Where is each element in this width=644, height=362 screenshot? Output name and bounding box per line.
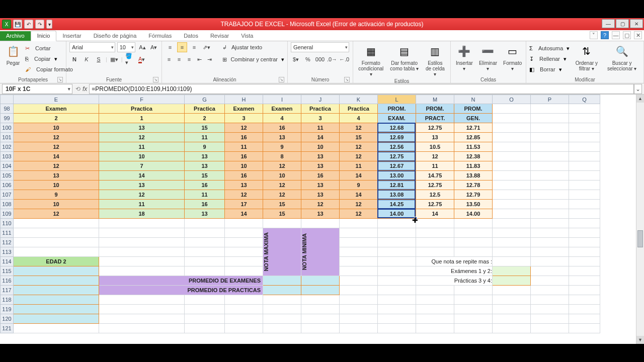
- cell[interactable]: [569, 266, 600, 276]
- data-cell[interactable]: 11: [99, 200, 185, 209]
- data-cell[interactable]: [493, 142, 531, 152]
- align-middle-button[interactable]: ≡: [177, 42, 187, 52]
- data-cell[interactable]: 13.88: [454, 171, 493, 180]
- data-cell[interactable]: 12: [263, 180, 301, 190]
- col-header-J[interactable]: J: [301, 95, 340, 104]
- header-cell[interactable]: 2: [185, 114, 225, 123]
- cell[interactable]: [416, 238, 454, 247]
- row-header-115[interactable]: 115: [1, 266, 14, 276]
- data-cell[interactable]: 12: [340, 200, 378, 209]
- cell[interactable]: [531, 257, 569, 266]
- data-cell[interactable]: 12: [99, 190, 185, 200]
- increase-indent-button[interactable]: ⇥: [205, 54, 213, 64]
- cell[interactable]: [531, 238, 569, 247]
- cell[interactable]: EDAD 2: [14, 257, 99, 266]
- header-cell[interactable]: PRACT.: [416, 114, 454, 123]
- row-header-121[interactable]: 121: [1, 324, 14, 333]
- cell-styles-button[interactable]: ▥Estilos de celda ▾: [423, 42, 447, 78]
- align-center-button[interactable]: ≡: [175, 54, 183, 64]
- data-cell[interactable]: 12.69: [378, 133, 416, 142]
- tab-datos[interactable]: Datos: [178, 31, 204, 41]
- cell[interactable]: [416, 286, 454, 295]
- cell[interactable]: [14, 219, 99, 228]
- cell[interactable]: [263, 295, 301, 305]
- cell[interactable]: [531, 266, 569, 276]
- cell[interactable]: [340, 257, 378, 266]
- doc-min-icon[interactable]: —: [612, 31, 620, 39]
- cell[interactable]: [225, 257, 263, 266]
- cell[interactable]: [569, 247, 600, 257]
- data-cell[interactable]: 12.71: [454, 123, 493, 133]
- delete-cells-button[interactable]: ➖Eliminar▾: [477, 42, 499, 72]
- data-cell[interactable]: 12: [14, 209, 99, 219]
- cell[interactable]: [263, 305, 301, 314]
- row-header-116[interactable]: 116: [1, 276, 14, 286]
- row-header-106[interactable]: 106: [1, 180, 14, 190]
- cell[interactable]: [225, 238, 263, 247]
- header-cell[interactable]: 4: [263, 114, 301, 123]
- fx-icon[interactable]: fx: [83, 85, 87, 93]
- col-header-P[interactable]: P: [531, 95, 569, 104]
- data-cell[interactable]: 12.79: [454, 190, 493, 200]
- data-cell[interactable]: [569, 209, 600, 219]
- formula-input[interactable]: [89, 84, 634, 94]
- tab-formulas[interactable]: Fórmulas: [142, 31, 178, 41]
- cell[interactable]: Que nota se repite mas :: [416, 257, 493, 266]
- data-cell[interactable]: [569, 190, 600, 200]
- header-cell[interactable]: Practica: [340, 104, 378, 114]
- cell[interactable]: [493, 228, 531, 238]
- data-cell[interactable]: 16: [185, 180, 225, 190]
- cell[interactable]: [454, 228, 493, 238]
- col-header-G[interactable]: G: [185, 95, 225, 104]
- cell[interactable]: [378, 305, 416, 314]
- merge-center-button[interactable]: Combinar y centrar: [230, 56, 278, 62]
- data-cell[interactable]: 15: [263, 200, 301, 209]
- cell[interactable]: [301, 286, 340, 295]
- data-cell[interactable]: [493, 161, 531, 171]
- cell[interactable]: [454, 247, 493, 257]
- header-cell[interactable]: PROM.: [378, 104, 416, 114]
- data-cell[interactable]: 13: [301, 161, 340, 171]
- cell[interactable]: PROMEDIO DE PRACTICAS: [99, 286, 263, 295]
- row-header-114[interactable]: 114: [1, 257, 14, 266]
- doc-close-icon[interactable]: ✕: [634, 31, 642, 39]
- row-header-103[interactable]: 103: [1, 152, 14, 161]
- data-cell[interactable]: 14: [14, 152, 99, 161]
- data-cell[interactable]: 12: [14, 142, 99, 152]
- data-cell[interactable]: 9: [14, 190, 99, 200]
- clear-button[interactable]: Borrar: [540, 66, 555, 72]
- close-button[interactable]: ✕: [630, 19, 643, 28]
- row-header-113[interactable]: 113: [1, 247, 14, 257]
- cell[interactable]: [301, 219, 340, 228]
- expand-formula-bar[interactable]: ⌄: [634, 84, 642, 94]
- data-cell[interactable]: 13.00: [378, 171, 416, 180]
- data-cell[interactable]: [569, 171, 600, 180]
- cell[interactable]: [185, 247, 225, 257]
- cell[interactable]: [99, 324, 185, 333]
- cell[interactable]: [569, 238, 600, 247]
- cell[interactable]: [340, 295, 378, 305]
- cell[interactable]: [99, 257, 185, 266]
- cell[interactable]: [531, 305, 569, 314]
- data-cell[interactable]: 10: [14, 123, 99, 133]
- cell[interactable]: [185, 324, 225, 333]
- cell[interactable]: [14, 295, 99, 305]
- cell[interactable]: [416, 324, 454, 333]
- data-cell[interactable]: 16: [301, 171, 340, 180]
- data-cell[interactable]: 11: [340, 161, 378, 171]
- data-cell[interactable]: 14.25: [378, 200, 416, 209]
- cell[interactable]: [493, 295, 531, 305]
- data-cell[interactable]: 12.38: [454, 152, 493, 161]
- cell[interactable]: NOTA MINIMA: [301, 228, 340, 276]
- help-icon[interactable]: ?: [601, 31, 609, 39]
- increase-font-icon[interactable]: A▴: [137, 42, 147, 52]
- cell[interactable]: [416, 295, 454, 305]
- cell[interactable]: [14, 228, 99, 238]
- clipboard-dialog-launcher[interactable]: ↘: [57, 77, 63, 82]
- cell[interactable]: [340, 228, 378, 238]
- cell[interactable]: [99, 247, 185, 257]
- minimize-button[interactable]: —: [602, 19, 615, 28]
- cell[interactable]: [185, 266, 225, 276]
- data-cell[interactable]: 12: [263, 190, 301, 200]
- insert-cells-button[interactable]: ➕Insertar▾: [454, 42, 475, 72]
